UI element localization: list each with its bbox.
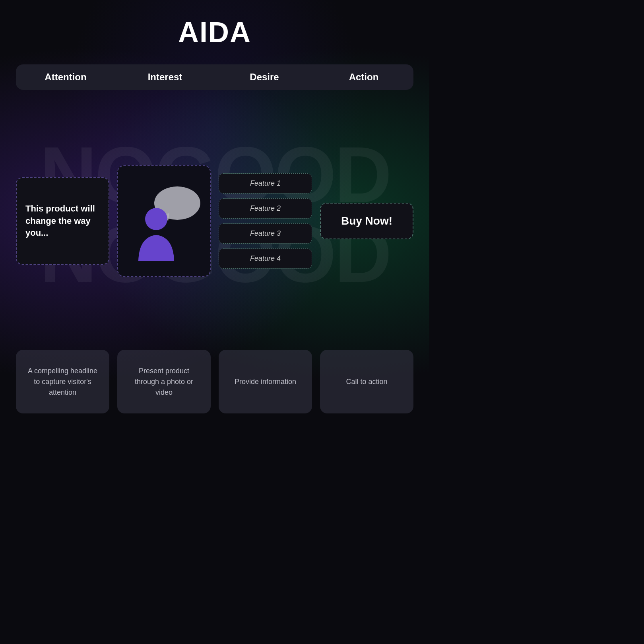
- aida-header-bar: Attention Interest Desire Action: [16, 64, 413, 90]
- desire-column: Feature 1 Feature 2 Feature 3 Feature 4: [219, 173, 312, 269]
- bottom-cards-area: A compelling headline to capture visitor…: [16, 350, 413, 413]
- feature-1-badge: Feature 1: [219, 173, 312, 194]
- person-speech-illustration: [122, 173, 206, 269]
- header-interest: Interest: [115, 72, 215, 83]
- header-action: Action: [314, 72, 413, 83]
- bottom-card-attention: A compelling headline to capture visitor…: [16, 350, 109, 413]
- action-card: Buy Now!: [320, 203, 413, 239]
- feature-4-badge: Feature 4: [219, 248, 312, 269]
- buy-now-button[interactable]: Buy Now!: [320, 203, 413, 239]
- feature-3-badge: Feature 3: [219, 223, 312, 244]
- attention-text: This product will change the way you...: [25, 203, 100, 239]
- feature-2-badge: Feature 2: [219, 198, 312, 219]
- bottom-card-desire: Provide information: [219, 350, 312, 413]
- bottom-card-action: Call to action: [320, 350, 413, 413]
- interest-card: [117, 165, 211, 277]
- page-title: AIDA: [178, 16, 251, 48]
- header-attention: Attention: [16, 72, 115, 83]
- main-content: AIDA Attention Interest Desire Action Th…: [0, 0, 429, 429]
- main-cards-area: This product will change the way you... …: [16, 102, 413, 340]
- header-desire: Desire: [215, 72, 314, 83]
- bottom-card-interest: Present product through a photo or video: [117, 350, 211, 413]
- svg-point-2: [145, 208, 167, 230]
- attention-card: This product will change the way you...: [16, 177, 109, 265]
